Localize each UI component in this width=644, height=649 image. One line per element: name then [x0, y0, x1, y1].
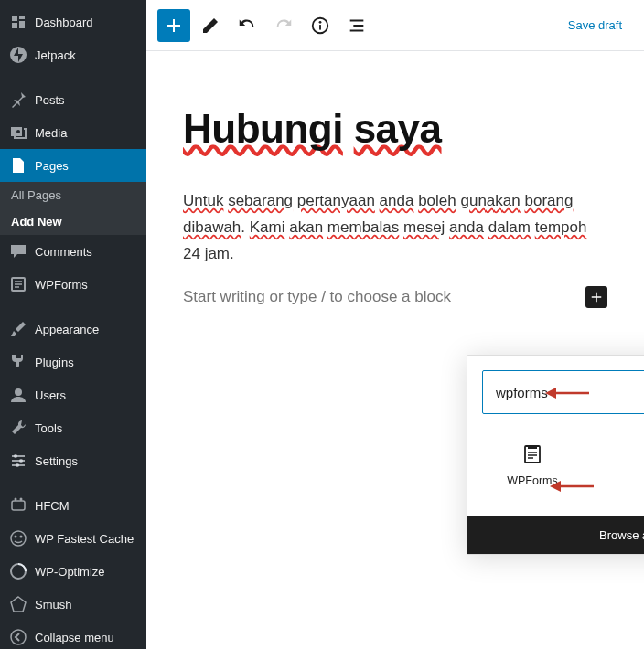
user-icon — [9, 386, 27, 404]
sidebar-item-label: Settings — [35, 454, 78, 468]
sidebar-item-smush[interactable]: Smush — [0, 588, 146, 621]
media-icon — [9, 123, 27, 142]
block-result-wpforms[interactable]: WPForms — [482, 432, 583, 498]
sidebar-item-label: Pages — [35, 159, 69, 173]
block-inserter-popover: WPForms Browse all — [467, 355, 644, 555]
optimize-icon — [9, 562, 27, 580]
svg-point-12 — [20, 536, 23, 538]
block-placeholder[interactable]: Start writing or type / to choose a bloc… — [183, 288, 451, 306]
pin-icon — [9, 90, 27, 109]
edit-mode-button[interactable] — [194, 9, 227, 42]
sidebar-item-jetpack[interactable]: Jetpack — [0, 38, 146, 71]
sidebar-item-label: Tools — [35, 421, 62, 435]
sidebar-item-label: WP-Optimize — [35, 565, 105, 579]
sidebar-item-label: Dashboard — [35, 16, 93, 29]
info-button[interactable] — [304, 9, 337, 42]
sidebar-collapse[interactable]: Collapse menu — [0, 621, 146, 649]
collapse-icon — [9, 628, 27, 646]
page-title[interactable]: Hubungi saya — [183, 106, 607, 152]
plug-icon — [9, 353, 27, 371]
svg-rect-17 — [319, 25, 321, 30]
svg-point-9 — [20, 498, 23, 501]
sidebar-item-users[interactable]: Users — [0, 378, 146, 411]
wrench-icon — [9, 419, 27, 437]
sidebar-item-label: Jetpack — [35, 48, 76, 62]
svg-point-3 — [15, 388, 22, 396]
editor-content: Hubungi saya Untuk sebarang pertanyaan a… — [146, 51, 644, 308]
sidebar-sub-all-pages[interactable]: All Pages — [0, 182, 146, 208]
admin-sidebar: Dashboard Jetpack Posts Media Pages All … — [0, 0, 146, 649]
sidebar-item-wp-fastest-cache[interactable]: WP Fastest Cache — [0, 522, 146, 555]
sidebar-item-tools[interactable]: Tools — [0, 411, 146, 444]
sliders-icon — [9, 452, 27, 470]
save-draft-button[interactable]: Save draft — [557, 11, 633, 39]
brush-icon — [9, 320, 27, 338]
editor-toolbar: Save draft — [146, 0, 644, 51]
svg-point-10 — [11, 531, 26, 546]
svg-point-16 — [319, 20, 322, 23]
wpforms-block-icon — [521, 443, 543, 465]
sidebar-item-label: Media — [35, 126, 67, 140]
sidebar-item-label: Posts — [35, 93, 65, 107]
sidebar-item-media[interactable]: Media — [0, 116, 146, 149]
page-icon — [9, 156, 27, 175]
jetpack-icon — [9, 46, 27, 64]
dashboard-icon — [9, 13, 27, 31]
sidebar-item-label: Comments — [35, 245, 92, 259]
sidebar-item-label: WPForms — [35, 278, 88, 292]
sidebar-item-dashboard[interactable]: Dashboard — [0, 5, 146, 38]
sidebar-item-comments[interactable]: Comments — [0, 235, 146, 268]
cache-icon — [9, 529, 27, 548]
svg-rect-19 — [528, 446, 537, 449]
block-search-input[interactable] — [496, 385, 644, 400]
add-block-button[interactable] — [157, 9, 190, 42]
block-search-field — [482, 370, 644, 414]
browse-all-button[interactable]: Browse all — [467, 516, 644, 554]
smush-icon — [9, 595, 27, 613]
svg-point-4 — [14, 454, 17, 458]
sidebar-item-settings[interactable]: Settings — [0, 444, 146, 477]
sidebar-item-label: Plugins — [35, 356, 74, 369]
svg-point-14 — [11, 630, 26, 644]
comment-icon — [9, 242, 27, 261]
svg-rect-7 — [12, 501, 25, 510]
sidebar-item-appearance[interactable]: Appearance — [0, 313, 146, 346]
sidebar-item-posts[interactable]: Posts — [0, 83, 146, 116]
sidebar-item-label: Users — [35, 388, 66, 402]
svg-point-1 — [16, 130, 20, 133]
paragraph-block[interactable]: Untuk sebarang pertanyaan anda boleh gun… — [183, 188, 607, 268]
sidebar-item-label: WP Fastest Cache — [35, 532, 134, 546]
editor-main: Save draft Hubungi saya Untuk sebarang p… — [146, 0, 644, 649]
sidebar-item-label: Smush — [35, 598, 71, 612]
outline-button[interactable] — [340, 9, 373, 42]
svg-point-5 — [19, 459, 23, 463]
sidebar-item-wpforms[interactable]: WPForms — [0, 268, 146, 301]
svg-point-11 — [15, 536, 17, 538]
block-result-label: WPForms — [507, 474, 558, 487]
form-icon — [9, 275, 27, 293]
sidebar-item-hfcm[interactable]: HFCM — [0, 489, 146, 522]
redo-button[interactable] — [267, 9, 300, 42]
svg-point-8 — [15, 498, 17, 501]
hfcm-icon — [9, 496, 27, 515]
sidebar-item-plugins[interactable]: Plugins — [0, 346, 146, 378]
undo-button[interactable] — [231, 9, 263, 42]
sidebar-item-label: HFCM — [35, 499, 70, 513]
inline-add-block-button[interactable] — [585, 286, 607, 308]
sidebar-sub-add-new[interactable]: Add New — [0, 208, 146, 235]
sidebar-item-pages[interactable]: Pages — [0, 149, 146, 182]
sidebar-item-wp-optimize[interactable]: WP-Optimize — [0, 555, 146, 588]
sidebar-item-label: Collapse menu — [35, 631, 114, 644]
svg-point-6 — [16, 463, 19, 467]
sidebar-item-label: Appearance — [35, 323, 99, 336]
